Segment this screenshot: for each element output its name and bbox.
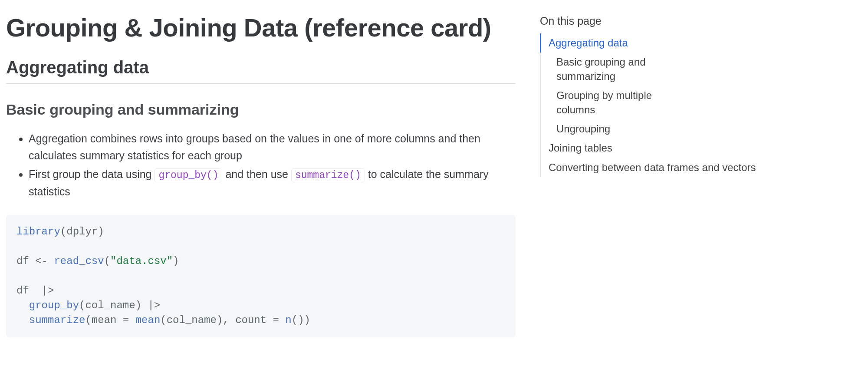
inline-code-summarize: summarize() [291, 168, 365, 182]
heading-aggregating-data: Aggregating data [6, 58, 516, 84]
code-token: = [116, 314, 135, 326]
toc-list: Aggregating data Basic grouping and summ… [540, 33, 756, 177]
code-token: <- [35, 255, 48, 267]
heading-basic-grouping: Basic grouping and summarizing [6, 101, 516, 118]
code-block[interactable]: library(dplyr) df <- read_csv("data.csv"… [6, 215, 516, 338]
code-token: ) [217, 314, 223, 326]
main-content: Grouping & Joining Data (reference card)… [0, 0, 520, 389]
code-token: summarize [29, 314, 85, 326]
code-token: () [292, 314, 304, 326]
toc-link-aggregating-data[interactable]: Aggregating data [540, 33, 756, 53]
code-token: ( [60, 226, 66, 237]
toc-link-ungrouping[interactable]: Ungrouping [541, 119, 675, 138]
toc-link-basic-grouping[interactable]: Basic grouping and summarizing [541, 53, 675, 86]
code-token: df [16, 255, 35, 267]
code-token: |> [35, 285, 54, 297]
code-token: "data.csv" [110, 255, 173, 267]
toc-link-converting[interactable]: Converting between data frames and vecto… [541, 158, 756, 177]
code-token: ( [160, 314, 166, 326]
inline-code-group-by: group_by() [155, 168, 222, 182]
code-token [48, 255, 54, 267]
bullet-item: Aggregation combines rows into groups ba… [29, 130, 516, 164]
bullet-text: and then use [225, 168, 291, 180]
code-token: count [235, 314, 266, 326]
code-token: col_name [167, 314, 217, 326]
code-token: dplyr [66, 226, 98, 237]
code-token: library [16, 226, 60, 237]
code-token: mean [92, 314, 117, 326]
code-token: ( [104, 255, 110, 267]
code-token [16, 300, 29, 311]
code-token: read_csv [54, 255, 104, 267]
code-token: col_name [85, 300, 135, 311]
code-token: , [223, 314, 235, 326]
toc-sidebar: On this page Aggregating data Basic grou… [520, 0, 765, 389]
code-token: ) [135, 300, 141, 311]
bullet-text: First group the data using [29, 168, 155, 180]
code-token: n [285, 314, 291, 326]
bullet-item: First group the data using group_by() an… [29, 166, 516, 200]
code-token: = [266, 314, 285, 326]
code-token: ( [79, 300, 85, 311]
toc-link-joining-tables[interactable]: Joining tables [541, 138, 756, 158]
code-token: mean [135, 314, 161, 326]
code-token: |> [141, 300, 160, 311]
code-token [16, 314, 29, 326]
toc-link-grouping-multiple[interactable]: Grouping by multiple columns [541, 86, 675, 119]
page-title: Grouping & Joining Data (reference card) [6, 13, 516, 42]
code-token: ) [304, 314, 310, 326]
code-token: ) [98, 226, 104, 237]
code-token: df [16, 285, 35, 297]
code-token: ( [85, 314, 91, 326]
toc-title: On this page [540, 15, 756, 27]
bullet-list: Aggregation combines rows into groups ba… [6, 130, 516, 200]
code-token: group_by [29, 300, 79, 311]
code-token: ) [173, 255, 179, 267]
